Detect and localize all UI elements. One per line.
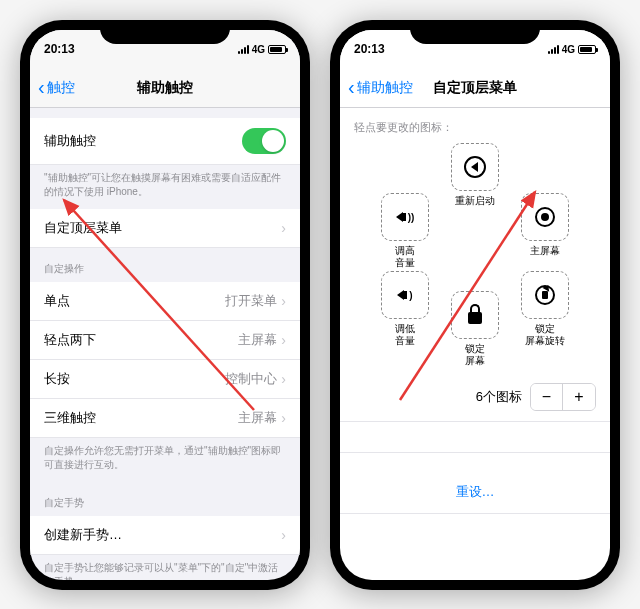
action-label: 单点: [44, 292, 70, 310]
create-gesture-label: 创建新手势…: [44, 526, 122, 544]
notch: [410, 20, 540, 44]
action-value: 主屏幕: [238, 409, 277, 427]
action-cell-0[interactable]: 单点 打开菜单›: [30, 282, 300, 321]
restart-icon: [464, 156, 486, 178]
nav-bar: ‹ 辅助触控 自定顶层菜单: [340, 68, 610, 108]
customize-top-label: 自定顶层菜单: [44, 219, 122, 237]
reset-button[interactable]: 重设…: [340, 452, 610, 514]
create-gesture-cell[interactable]: 创建新手势… ›: [30, 516, 300, 555]
back-label: 辅助触控: [357, 79, 413, 97]
icon-grid: 重新启动 )) 调高 音量 主屏幕 ) 调低 音量 锁定 屏幕: [340, 143, 610, 363]
status-right: 4G: [238, 44, 286, 55]
rotate-icon-button[interactable]: [521, 271, 569, 319]
section-custom-actions: 自定操作: [30, 248, 300, 282]
count-label: 6个图标: [476, 388, 522, 406]
reset-label: 重设…: [456, 484, 495, 499]
volume-down-icon: ): [397, 290, 412, 301]
volup-icon-button[interactable]: )): [381, 193, 429, 241]
action-label: 三维触控: [44, 409, 96, 427]
stepper-minus[interactable]: −: [531, 384, 563, 410]
phone-left: 20:13 4G ‹ 触控 辅助触控 辅助触控 "辅助触控"可让您在触摸屏幕有困…: [20, 20, 310, 590]
customize-top-cell[interactable]: 自定顶层菜单 ›: [30, 209, 300, 248]
icon-item-voldown: ) 调低 音量: [374, 271, 436, 347]
icon-label: 调低 音量: [395, 323, 415, 347]
action-cell-2[interactable]: 长按 控制中心›: [30, 360, 300, 399]
battery-icon: [578, 45, 596, 54]
status-time: 20:13: [354, 42, 385, 56]
icon-label: 主屏幕: [530, 245, 560, 257]
chevron-right-icon: ›: [281, 220, 286, 236]
action-value: 控制中心: [225, 370, 277, 388]
status-time: 20:13: [44, 42, 75, 56]
back-button[interactable]: ‹ 触控: [30, 76, 75, 99]
notch: [100, 20, 230, 44]
carrier-label: 4G: [252, 44, 265, 55]
lock-icon-button[interactable]: [451, 291, 499, 339]
chevron-left-icon: ‹: [348, 76, 355, 99]
icon-label: 锁定 屏幕旋转: [525, 323, 565, 347]
home-icon: [535, 207, 555, 227]
chevron-right-icon: ›: [281, 410, 286, 426]
chevron-right-icon: ›: [281, 293, 286, 309]
lock-icon: [468, 312, 482, 324]
signal-icon: [238, 45, 249, 54]
icon-item-rotate: 锁定 屏幕旋转: [514, 271, 576, 347]
action-label: 长按: [44, 370, 70, 388]
action-value: 打开菜单: [225, 292, 277, 310]
icon-count-stepper: − +: [530, 383, 596, 411]
action-value: 主屏幕: [238, 331, 277, 349]
icon-item-restart: 重新启动: [444, 143, 506, 207]
section-gestures: 自定手势: [30, 482, 300, 516]
assistive-toggle[interactable]: [242, 128, 286, 154]
toggle-label: 辅助触控: [44, 132, 96, 150]
action-label: 轻点两下: [44, 331, 96, 349]
screen-left: 20:13 4G ‹ 触控 辅助触控 辅助触控 "辅助触控"可让您在触摸屏幕有困…: [30, 30, 300, 580]
icon-label: 调高 音量: [395, 245, 415, 269]
chevron-left-icon: ‹: [38, 76, 45, 99]
page-title: 自定顶层菜单: [433, 79, 517, 97]
home-icon-button[interactable]: [521, 193, 569, 241]
rotation-lock-icon: [535, 285, 555, 305]
nav-bar: ‹ 触控 辅助触控: [30, 68, 300, 108]
volume-up-icon: )): [396, 212, 415, 223]
voldown-icon-button[interactable]: ): [381, 271, 429, 319]
icon-item-volup: )) 调高 音量: [374, 193, 436, 269]
status-right: 4G: [548, 44, 596, 55]
phone-right: 20:13 4G ‹ 辅助触控 自定顶层菜单 轻点要更改的图标： 重新启动: [330, 20, 620, 590]
stepper-row: 6个图标 − +: [340, 363, 610, 422]
toggle-desc: "辅助触控"可让您在触摸屏幕有困难或需要自适应配件的情况下使用 iPhone。: [30, 165, 300, 209]
action-cell-1[interactable]: 轻点两下 主屏幕›: [30, 321, 300, 360]
action-cell-3[interactable]: 三维触控 主屏幕›: [30, 399, 300, 438]
actions-desc: 自定操作允许您无需打开菜单，通过"辅助触控"图标即可直接进行互动。: [30, 438, 300, 482]
carrier-label: 4G: [562, 44, 575, 55]
restart-icon-button[interactable]: [451, 143, 499, 191]
chevron-right-icon: ›: [281, 527, 286, 543]
icon-label: 锁定 屏幕: [465, 343, 485, 367]
icon-item-home: 主屏幕: [514, 193, 576, 257]
battery-icon: [268, 45, 286, 54]
chevron-right-icon: ›: [281, 371, 286, 387]
signal-icon: [548, 45, 559, 54]
stepper-plus[interactable]: +: [563, 384, 595, 410]
hint-text: 轻点要更改的图标：: [340, 108, 610, 143]
icon-item-lock: 锁定 屏幕: [444, 291, 506, 367]
page-title: 辅助触控: [137, 79, 193, 97]
toggle-cell[interactable]: 辅助触控: [30, 118, 300, 165]
back-label: 触控: [47, 79, 75, 97]
icon-label: 重新启动: [455, 195, 495, 207]
chevron-right-icon: ›: [281, 332, 286, 348]
content-left[interactable]: 辅助触控 "辅助触控"可让您在触摸屏幕有困难或需要自适应配件的情况下使用 iPh…: [30, 108, 300, 580]
screen-right: 20:13 4G ‹ 辅助触控 自定顶层菜单 轻点要更改的图标： 重新启动: [340, 30, 610, 580]
content-right: 轻点要更改的图标： 重新启动 )) 调高 音量 主屏幕 ) 调低 音量: [340, 108, 610, 580]
gesture-desc: 自定手势让您能够记录可以从"菜单"下的"自定"中激活的手势。: [30, 555, 300, 580]
back-button[interactable]: ‹ 辅助触控: [340, 76, 413, 99]
